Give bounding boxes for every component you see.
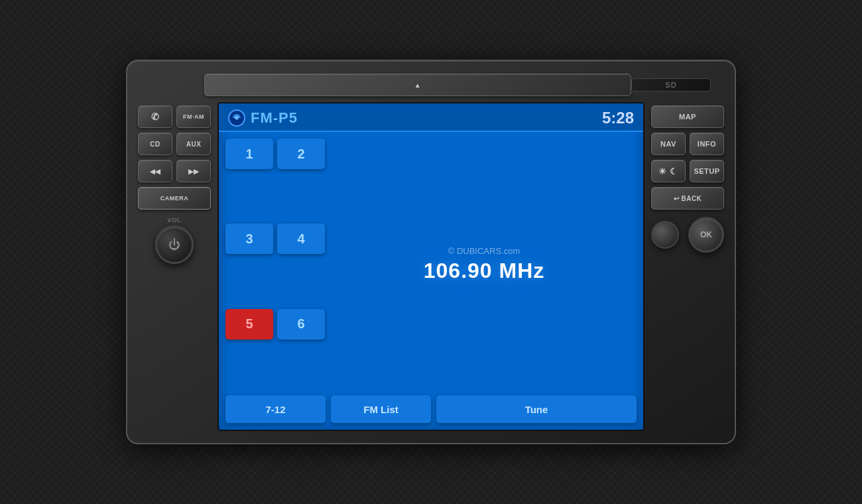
camera-button[interactable]: CAMERA: [138, 187, 211, 210]
top-strip: ▲ SD: [138, 73, 724, 97]
brightness-button[interactable]: ☀ ☾: [651, 160, 686, 182]
left-tuner-knob[interactable]: [651, 221, 679, 249]
clock-display: 5:28: [602, 109, 634, 127]
screen-header: FM-P5 5:28: [219, 103, 643, 132]
vol-label: VOL: [167, 217, 181, 223]
station-name: FM-P5: [251, 109, 298, 127]
preset-grid: 1 2 3 4 5 6: [225, 139, 325, 390]
back-button[interactable]: ↩ BACK: [651, 187, 724, 210]
btn-fmlist[interactable]: FM List: [331, 395, 431, 423]
phone-button[interactable]: ✆: [138, 105, 172, 128]
right-knob-area: OK: [651, 217, 724, 253]
power-icon: ⏻: [168, 238, 180, 252]
ok-label: OK: [700, 230, 712, 239]
ctrl-row-top: ✆ FM·AM: [138, 105, 211, 128]
nav-button[interactable]: NAV: [651, 133, 686, 155]
nav-info-row: NAV INFO: [651, 133, 724, 155]
frequency-display: © DUBICARS.com 106.90 MHz: [332, 139, 637, 390]
ok-button[interactable]: OK: [688, 217, 724, 253]
frequency-value: 106.90 MHz: [424, 259, 545, 283]
preset-4-button[interactable]: 4: [277, 223, 325, 254]
screen-bottom-buttons: 7-12 FM List Tune: [219, 395, 643, 430]
screen: FM-P5 5:28 1 2 3 4 5 6: [217, 102, 645, 431]
preset-5-button[interactable]: 5: [225, 309, 273, 340]
aux-button[interactable]: AUX: [176, 133, 211, 155]
background: ▲ SD ✆ FM·AM CD AUX ◀◀ ▶▶ CAME: [0, 0, 862, 504]
main-row: ✆ FM·AM CD AUX ◀◀ ▶▶ CAMERA VOL ⏻: [138, 102, 724, 431]
ctrl-row-cd: CD AUX: [138, 133, 211, 155]
btn-712[interactable]: 7-12: [225, 395, 326, 423]
preset-3-button[interactable]: 3: [225, 223, 273, 254]
next-button[interactable]: ▶▶: [176, 160, 211, 182]
ctrl-row-seek: ◀◀ ▶▶: [138, 160, 211, 182]
sd-slot: SD: [631, 78, 711, 92]
station-info: FM-P5: [228, 109, 298, 127]
fm-am-button[interactable]: FM·AM: [176, 105, 211, 128]
screen-body: 1 2 3 4 5 6 © DUBICARS.com 106.90 MHz: [219, 132, 643, 395]
bright-setup-row: ☀ ☾ SETUP: [651, 160, 724, 182]
vol-knob-area: VOL ⏻: [138, 217, 211, 264]
cd-button[interactable]: CD: [138, 133, 172, 155]
radio-icon: [228, 109, 245, 127]
eject-button[interactable]: ▲: [204, 74, 631, 96]
watermark: © DUBICARS.com: [448, 246, 521, 256]
map-button[interactable]: MAP: [651, 105, 724, 128]
preset-6-button[interactable]: 6: [277, 309, 325, 340]
info-button[interactable]: INFO: [690, 133, 724, 155]
ctrl-row-camera: CAMERA: [138, 187, 211, 210]
btn-tune[interactable]: Tune: [436, 395, 637, 423]
preset-2-button[interactable]: 2: [277, 139, 325, 169]
right-controls: MAP NAV INFO ☀ ☾ SETUP ↩ BACK OK: [651, 102, 724, 431]
left-controls: ✆ FM·AM CD AUX ◀◀ ▶▶ CAMERA VOL ⏻: [138, 102, 211, 431]
power-knob[interactable]: ⏻: [155, 225, 194, 264]
setup-button[interactable]: SETUP: [690, 160, 724, 182]
head-unit: ▲ SD ✆ FM·AM CD AUX ◀◀ ▶▶ CAME: [126, 60, 736, 444]
preset-1-button[interactable]: 1: [225, 139, 273, 169]
prev-button[interactable]: ◀◀: [138, 160, 172, 182]
